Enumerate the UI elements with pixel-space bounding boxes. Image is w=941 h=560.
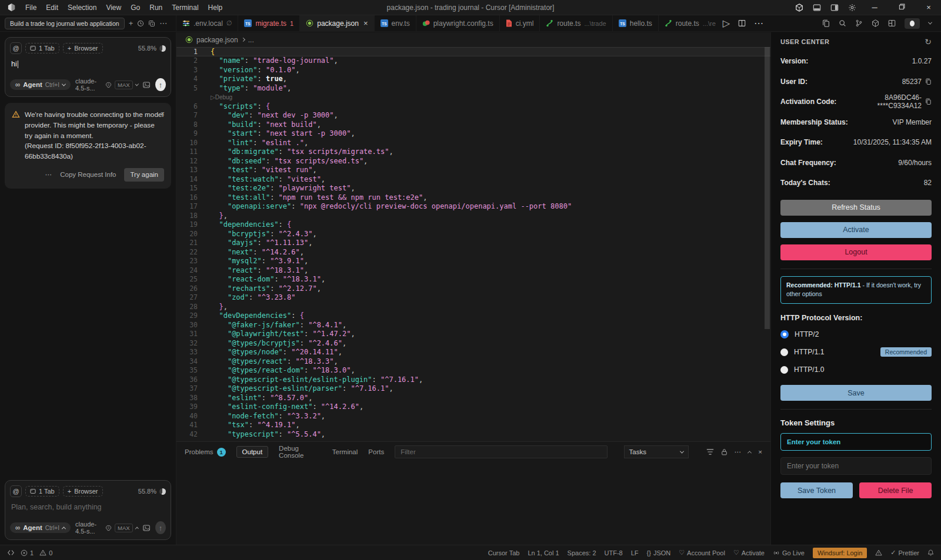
menu-file[interactable]: File xyxy=(21,4,41,12)
tab-ci.yml[interactable]: ci.yml xyxy=(500,15,540,31)
save-protocol-button[interactable]: Save xyxy=(780,385,932,401)
menu-run[interactable]: Run xyxy=(145,4,167,12)
refresh-status-button[interactable]: Refresh Status xyxy=(780,200,932,216)
send-button[interactable]: ↑ xyxy=(155,521,166,534)
source-control-icon[interactable] xyxy=(855,19,863,27)
tasks-dropdown[interactable]: Tasks xyxy=(624,445,689,458)
minimize-button[interactable]: ─ xyxy=(866,3,883,12)
status-json[interactable]: {}JSON xyxy=(647,549,671,556)
chat-input-placeholder[interactable]: Plan, search, build anything xyxy=(10,497,166,521)
status-lf[interactable]: LF xyxy=(631,549,639,556)
panel-tab-terminal[interactable]: Terminal xyxy=(332,448,358,455)
radio-circle-icon[interactable] xyxy=(780,348,788,356)
maximize-panel-icon[interactable] xyxy=(748,451,752,455)
status-cursor-tab[interactable]: Cursor Tab xyxy=(488,549,520,556)
editor-more-icon[interactable]: ⋯ xyxy=(754,18,763,29)
chat-composer-top[interactable]: @ 1 Tab +Browser 55.8% hi ∞Agent Ctrl+I xyxy=(5,37,171,97)
tab-context-chip[interactable]: 1 Tab xyxy=(25,43,59,53)
mention-icon[interactable]: @ xyxy=(10,485,22,497)
panel-bottom-icon[interactable] xyxy=(813,4,821,12)
tab-playwright.config.ts[interactable]: playwright.config.ts xyxy=(416,15,500,31)
menu-go[interactable]: Go xyxy=(126,4,145,12)
output-filter-icon[interactable] xyxy=(706,448,714,455)
browser-chip[interactable]: +Browser xyxy=(63,43,103,53)
history-icon[interactable] xyxy=(137,20,144,27)
code-editor[interactable]: 1{2 "name": "trade-log-journal",3 "versi… xyxy=(176,47,770,441)
panel-right-icon[interactable] xyxy=(830,4,839,12)
copy-files-icon[interactable] xyxy=(822,19,830,27)
save-token-button[interactable]: Save Token xyxy=(780,482,853,498)
layout-grid-icon[interactable] xyxy=(888,19,896,27)
close-tab-icon[interactable]: × xyxy=(363,19,368,28)
agent-mode-selector[interactable]: ∞Agent Ctrl+I xyxy=(10,522,71,533)
breadcrumb[interactable]: package.json ... xyxy=(176,32,770,47)
tab-env.ts[interactable]: TSenv.ts xyxy=(375,15,416,31)
chat-title-chip[interactable]: Build a trade log journal web applicatio… xyxy=(5,18,125,29)
activate-button[interactable]: Activate xyxy=(780,222,932,238)
tab-hello.ts[interactable]: TShello.ts xyxy=(613,15,659,31)
new-chat-icon[interactable]: + xyxy=(129,19,134,28)
status-prettier[interactable]: ✓Prettier xyxy=(890,549,919,556)
copy-icon[interactable] xyxy=(925,78,932,85)
status-go-live[interactable]: Go Live xyxy=(773,549,805,556)
status-account-pool[interactable]: ♡Account Pool xyxy=(679,549,725,556)
refresh-icon[interactable]: ↻ xyxy=(925,37,932,46)
radio-http-2[interactable]: HTTP/2 xyxy=(780,326,932,343)
panel-tab-debug-console[interactable]: Debug Console xyxy=(279,445,322,459)
model-selector[interactable]: claude-4.5-s... MAX xyxy=(75,521,138,535)
remote-indicator-icon[interactable] xyxy=(7,549,15,556)
status-warning-count[interactable]: 0 xyxy=(39,549,52,556)
editor-scrollbar[interactable] xyxy=(765,47,770,329)
mention-icon[interactable]: @ xyxy=(10,42,22,54)
codelens[interactable]: ▷Debug xyxy=(176,93,770,102)
status-warning[interactable] xyxy=(875,549,882,556)
maximize-button[interactable] xyxy=(893,3,910,12)
tab-route.ts[interactable]: route.ts...\request xyxy=(659,15,716,31)
duplicate-icon[interactable] xyxy=(148,20,155,27)
menu-edit[interactable]: Edit xyxy=(41,4,63,12)
browser-chip[interactable]: +Browser xyxy=(63,486,103,497)
lock-icon[interactable] xyxy=(721,448,728,455)
delete-file-button[interactable]: Delete File xyxy=(859,482,932,498)
menu-view[interactable]: View xyxy=(101,4,126,12)
tab-route.ts[interactable]: route.ts...\trade xyxy=(540,15,612,31)
panel-more-icon[interactable]: ⋯ xyxy=(735,448,742,456)
chevron-down-icon[interactable] xyxy=(928,21,932,25)
menu-help[interactable]: Help xyxy=(203,4,228,12)
tab-context-chip[interactable]: 1 Tab xyxy=(25,486,59,497)
status-bell[interactable] xyxy=(927,549,934,556)
status-utf-8[interactable]: UTF-8 xyxy=(605,549,623,556)
menu-selection[interactable]: Selection xyxy=(63,4,101,12)
search-icon[interactable] xyxy=(839,19,846,27)
radio-http-1.0[interactable]: HTTP/1.0 xyxy=(780,361,932,378)
panel-tab-problems[interactable]: Problems1 xyxy=(185,448,226,457)
settings-gear-icon[interactable] xyxy=(848,4,856,12)
status-spaces-2[interactable]: Spaces: 2 xyxy=(568,549,596,556)
copy-request-info-button[interactable]: Copy Request Info xyxy=(60,170,116,180)
model-selector[interactable]: claude-4.5-s... MAX xyxy=(75,78,138,92)
close-window-button[interactable]: × xyxy=(920,3,937,12)
error-more-icon[interactable]: ⋯ xyxy=(45,170,52,180)
copy-icon[interactable] xyxy=(925,98,932,105)
dismiss-error-icon[interactable]: × xyxy=(160,108,165,120)
radio-circle-icon[interactable] xyxy=(780,330,789,338)
chat-input[interactable]: hi xyxy=(10,54,166,78)
split-editor-icon[interactable] xyxy=(738,19,746,27)
max-toggle[interactable]: MAX xyxy=(115,524,133,532)
send-button[interactable]: ↑ xyxy=(155,78,166,91)
record-icon[interactable] xyxy=(905,18,920,29)
logout-button[interactable]: Logout xyxy=(780,244,932,260)
extensions-icon[interactable] xyxy=(872,19,879,27)
menu-terminal[interactable]: Terminal xyxy=(167,4,203,12)
chat-composer-bottom[interactable]: @ 1 Tab +Browser 55.8% Plan, search, bui… xyxy=(5,480,171,540)
tab-package.json[interactable]: package.json× xyxy=(300,15,374,31)
panel-tab-output[interactable]: Output xyxy=(236,446,269,458)
try-again-button[interactable]: Try again xyxy=(124,168,164,182)
radio-circle-icon[interactable] xyxy=(780,366,788,374)
attach-image-icon[interactable] xyxy=(142,524,151,532)
status-ln-1-col-1[interactable]: Ln 1, Col 1 xyxy=(528,549,559,556)
status-activate[interactable]: ♡Activate xyxy=(733,549,765,556)
filter-input[interactable]: Filter xyxy=(395,445,607,458)
close-panel-icon[interactable]: × xyxy=(758,448,762,455)
attach-image-icon[interactable] xyxy=(142,81,151,89)
